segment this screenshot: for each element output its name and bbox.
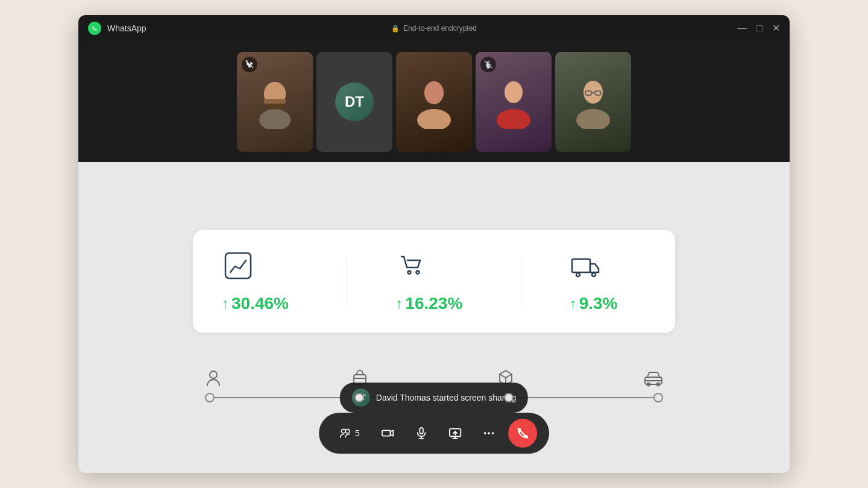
- svg-point-10: [497, 109, 530, 129]
- stat-item-1: ↑ 30.46%: [222, 249, 298, 313]
- svg-rect-2: [264, 99, 286, 104]
- whatsapp-logo: [88, 22, 101, 35]
- svg-point-16: [576, 109, 610, 129]
- svg-point-24: [576, 273, 580, 277]
- stat-item-2: ↑ 16.23%: [395, 249, 472, 313]
- screen-share-content: ↑ 30.46% ↑: [187, 230, 681, 405]
- timeline-icon-person: [205, 369, 222, 387]
- participants-count: 5: [355, 428, 360, 438]
- timeline-dot-4: [653, 393, 663, 402]
- participant-tile-5[interactable]: [555, 52, 631, 152]
- encryption-badge: 🔒 End-to-end endcrypted: [391, 24, 477, 33]
- stats-card: ↑ 30.46% ↑: [193, 230, 675, 333]
- participant-tile-4[interactable]: [476, 52, 552, 152]
- microphone-button[interactable]: [407, 419, 436, 448]
- mute-badge-1: [242, 57, 257, 72]
- svg-point-15: [583, 81, 603, 104]
- main-content: ↑ 30.46% ↑: [78, 162, 790, 473]
- stat-value-1: ↑ 30.46%: [222, 294, 289, 313]
- more-button[interactable]: [474, 419, 503, 448]
- stat-value-3: ↑ 9.3%: [570, 294, 618, 313]
- stat-item-3: ↑ 9.3%: [570, 249, 646, 313]
- timeline-dot-2: [354, 393, 364, 402]
- timeline-dot-3: [504, 393, 514, 402]
- end-call-button[interactable]: [508, 419, 537, 448]
- stat-divider-2: [521, 257, 521, 305]
- control-bar: 5: [319, 413, 549, 454]
- mute-badge-4: [480, 57, 496, 72]
- svg-rect-4: [266, 104, 284, 107]
- window-controls: — □ ✕: [737, 23, 780, 33]
- encryption-label: End-to-end endcrypted: [403, 24, 477, 33]
- lock-icon: 🔒: [391, 25, 400, 33]
- app-title: WhatsApp: [107, 23, 146, 33]
- svg-point-8: [424, 81, 444, 104]
- camera-button[interactable]: [373, 419, 402, 448]
- chart-icon: [222, 249, 254, 284]
- app-window: WhatsApp 🔒 End-to-end endcrypted — □ ✕: [78, 15, 790, 473]
- timeline-dot-1: [205, 393, 215, 402]
- svg-point-22: [417, 271, 420, 274]
- participant-tile-1[interactable]: [237, 52, 313, 152]
- svg-point-33: [345, 429, 350, 433]
- svg-point-44: [491, 432, 494, 434]
- minimize-button[interactable]: —: [737, 23, 747, 33]
- participants-bar: DT: [78, 42, 790, 162]
- cart-icon: [395, 249, 428, 284]
- participant-tile-2[interactable]: DT: [316, 52, 392, 152]
- truck-icon: [570, 249, 602, 284]
- screen-share-toast: DT David Thomas started screen sharing: [340, 383, 528, 413]
- svg-point-42: [484, 432, 486, 434]
- toast-message: David Thomas started screen sharing: [376, 393, 516, 402]
- svg-point-32: [341, 429, 345, 433]
- stat-divider-1: [347, 257, 347, 305]
- svg-point-3: [259, 109, 291, 129]
- svg-point-7: [417, 109, 451, 129]
- svg-rect-34: [382, 430, 391, 436]
- participant-tile-3[interactable]: [396, 52, 472, 152]
- timeline-icon-car: [644, 369, 663, 387]
- svg-rect-23: [572, 259, 590, 272]
- svg-rect-20: [225, 253, 251, 278]
- maximize-button[interactable]: □: [756, 23, 763, 33]
- svg-point-26: [210, 371, 217, 378]
- svg-rect-35: [420, 428, 423, 434]
- titlebar: WhatsApp 🔒 End-to-end endcrypted — □ ✕: [78, 15, 790, 42]
- participant-avatar-2: DT: [335, 83, 374, 121]
- screen-share-button[interactable]: [441, 419, 470, 448]
- svg-point-21: [408, 271, 411, 274]
- svg-point-25: [592, 273, 596, 277]
- titlebar-left: WhatsApp: [88, 22, 146, 35]
- close-button[interactable]: ✕: [772, 23, 780, 33]
- stat-value-2: ↑ 16.23%: [395, 294, 462, 313]
- svg-point-43: [488, 432, 490, 434]
- participants-button[interactable]: 5: [331, 419, 368, 448]
- svg-point-9: [505, 81, 523, 103]
